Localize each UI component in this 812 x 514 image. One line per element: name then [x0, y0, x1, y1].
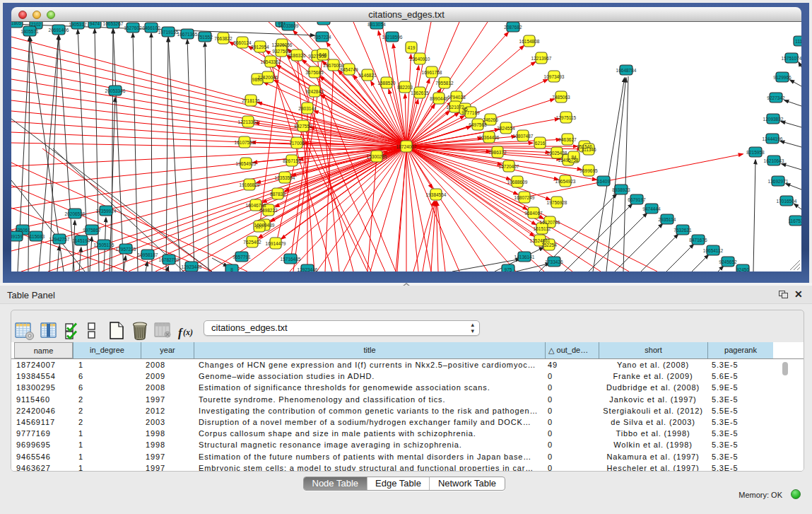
svg-text:17957225: 17957225	[116, 247, 136, 252]
svg-text:6497568: 6497568	[469, 122, 487, 127]
svg-text:12505135: 12505135	[94, 243, 114, 247]
svg-text:1905317: 1905317	[69, 22, 87, 27]
svg-text:9146821: 9146821	[358, 73, 377, 78]
svg-text:10958187: 10958187	[138, 252, 158, 257]
svg-text:9474: 9474	[90, 22, 100, 26]
svg-text:9474444: 9474444	[642, 206, 661, 211]
svg-text:1362615: 1362615	[411, 90, 429, 95]
svg-text:16961758: 16961758	[422, 70, 442, 75]
svg-text:10719155: 10719155	[158, 30, 179, 35]
svg-text:7357224: 7357224	[313, 35, 331, 40]
svg-text:15716485: 15716485	[281, 257, 301, 262]
svg-text:16210643: 16210643	[764, 158, 784, 163]
svg-text:20053346: 20053346	[105, 88, 126, 93]
svg-text:8471676: 8471676	[689, 238, 707, 243]
svg-text:1805: 1805	[11, 22, 22, 25]
svg-text:1115683: 1115683	[28, 234, 45, 239]
svg-text:16107553: 16107553	[235, 140, 255, 145]
svg-text:10653267: 10653267	[103, 22, 124, 26]
svg-text:546: 546	[319, 52, 327, 57]
svg-text:16914479: 16914479	[266, 241, 286, 246]
svg-text:16807249: 16807249	[514, 195, 535, 200]
svg-text:16409: 16409	[597, 179, 610, 184]
svg-text:12093832: 12093832	[763, 117, 784, 122]
svg-text:8454749: 8454749	[340, 67, 358, 72]
svg-text:12444196: 12444196	[763, 136, 783, 141]
svg-text:16648784: 16648784	[616, 68, 637, 73]
svg-text:7632621: 7632621	[673, 228, 692, 233]
svg-text:19166829: 19166829	[240, 182, 260, 187]
svg-text:8427552: 8427552	[294, 124, 312, 129]
svg-text:1405571: 1405571	[20, 29, 39, 34]
svg-text:6216: 6216	[535, 141, 546, 146]
svg-text:2087682: 2087682	[504, 25, 522, 30]
svg-text:746266: 746266	[483, 117, 498, 122]
svg-text:882203: 882203	[397, 85, 413, 90]
svg-text:8912954: 8912954	[251, 45, 269, 49]
svg-text:6794028: 6794028	[447, 95, 466, 100]
svg-text:7663822: 7663822	[214, 36, 233, 41]
svg-text:8660124: 8660124	[233, 40, 252, 45]
svg-text:887833: 887833	[270, 192, 286, 197]
svg-text:1527602: 1527602	[124, 25, 142, 30]
svg-text:10025438: 10025438	[547, 151, 567, 156]
svg-text:8938923: 8938923	[612, 187, 630, 192]
svg-text:3675685: 3675685	[305, 70, 324, 75]
svg-text:19218596: 19218596	[382, 35, 403, 40]
svg-text:12226056: 12226056	[272, 42, 293, 47]
svg-text:12942757: 12942757	[49, 237, 70, 242]
svg-text:9890: 9890	[252, 77, 263, 82]
svg-text:9684067: 9684067	[524, 211, 543, 216]
svg-text:15300295: 15300295	[367, 154, 387, 159]
svg-text:12975115: 12975115	[556, 115, 577, 120]
svg-text:19654925: 19654925	[236, 161, 257, 166]
svg-text:12923448: 12923448	[182, 264, 202, 269]
svg-text:311346: 311346	[581, 147, 596, 152]
svg-text:12353594: 12353594	[275, 175, 295, 180]
svg-text:16671365: 16671365	[177, 32, 198, 37]
svg-text:1588520: 1588520	[377, 81, 396, 86]
svg-text:10688609: 10688609	[507, 180, 528, 185]
svg-text:15751074: 15751074	[782, 56, 801, 61]
svg-text:9245652: 9245652	[719, 259, 737, 264]
svg-text:7955812: 7955812	[435, 81, 454, 86]
svg-text:252254: 252254	[541, 243, 557, 247]
svg-text:2935114: 2935114	[659, 217, 676, 222]
svg-text:8990448: 8990448	[430, 96, 448, 101]
svg-text:6679197: 6679197	[628, 197, 646, 202]
svg-text:17359924: 17359924	[96, 209, 117, 214]
svg-text:15720407: 15720407	[499, 164, 519, 169]
svg-text:16543362: 16543362	[261, 59, 281, 64]
svg-text:7625402: 7625402	[243, 240, 261, 245]
svg-text:10973493: 10973493	[544, 74, 565, 79]
svg-text:10807487: 10807487	[513, 134, 534, 139]
svg-text:975: 975	[505, 267, 512, 272]
svg-text:9975867: 9975867	[83, 228, 101, 233]
svg-text:16033809: 16033809	[278, 23, 299, 28]
svg-text:9227342: 9227342	[767, 95, 785, 100]
svg-text:13692971: 13692971	[768, 179, 789, 184]
svg-text:8813: 8813	[319, 22, 329, 23]
svg-text:8215958: 8215958	[746, 150, 765, 155]
svg-text:19384554: 19384554	[426, 192, 447, 197]
svg-text:8: 8	[230, 267, 233, 272]
svg-text:7485063: 7485063	[552, 95, 570, 100]
svg-text:9463627: 9463627	[558, 137, 577, 142]
svg-text:16120746: 16120746	[540, 220, 560, 225]
svg-text:435061: 435061	[15, 228, 30, 233]
svg-text:12213363: 12213363	[238, 119, 259, 124]
svg-text:9242843: 9242843	[305, 89, 324, 94]
svg-text:9129966: 9129966	[773, 75, 792, 80]
svg-text:19756928: 19756928	[547, 200, 567, 205]
svg-text:419: 419	[408, 45, 416, 50]
svg-text:2102: 2102	[31, 22, 42, 27]
svg-text:717006: 717006	[289, 141, 305, 146]
svg-text:8813054: 8813054	[367, 22, 386, 27]
svg-text:20691406: 20691406	[49, 28, 69, 33]
svg-text:9657791: 9657791	[233, 255, 251, 259]
svg-text:8186326: 8186326	[288, 53, 306, 58]
svg-text:8267150: 8267150	[283, 158, 301, 163]
svg-text:9777169: 9777169	[461, 110, 480, 115]
svg-text:2718176: 2718176	[242, 98, 260, 103]
svg-text:19654923: 19654923	[555, 179, 576, 184]
